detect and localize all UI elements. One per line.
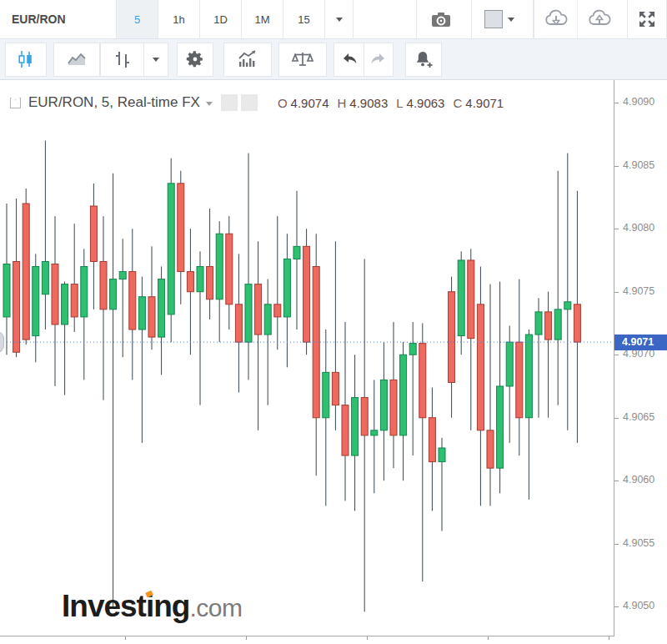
high-label: H [338, 96, 347, 110]
snapshot-button[interactable] [416, 0, 464, 38]
y-axis-tick [614, 355, 619, 355]
indicators-button[interactable] [223, 43, 272, 77]
y-axis-tick [614, 480, 619, 481]
chevron-down-icon [153, 58, 159, 62]
time-axis[interactable] [0, 636, 614, 644]
y-axis-tick [614, 606, 619, 607]
y-axis-label: 4.9060 [623, 474, 654, 486]
chevron-down-icon [336, 18, 343, 22]
interval-button-5[interactable]: 5 [117, 0, 158, 38]
y-axis-tick [614, 103, 619, 103]
price-axis[interactable]: 4.90904.90854.90804.90754.90704.90654.90… [614, 80, 667, 636]
time-axis-tick [125, 636, 126, 640]
undo-icon [340, 51, 359, 68]
close-label: C [453, 96, 462, 110]
camera-icon [430, 9, 452, 29]
interval-button-1d[interactable]: 1D [200, 0, 242, 38]
y-axis-tick [614, 229, 619, 229]
background-swatch [484, 10, 503, 28]
time-axis-tick [609, 636, 609, 640]
open-value: 4.9074 [291, 96, 329, 110]
series-legend: EUR/RON, 5, Real-time FX O 4.9 [10, 94, 504, 111]
time-axis-tick [367, 636, 368, 640]
chevron-down-icon [508, 18, 514, 22]
load-chart-button[interactable] [534, 0, 577, 38]
candlestick-style-icon [16, 49, 36, 69]
save-chart-button[interactable] [577, 0, 620, 38]
y-axis-label: 4.9080 [623, 222, 654, 234]
redo-button[interactable] [364, 43, 394, 77]
y-axis-tick [614, 292, 619, 293]
y-axis-tick [614, 166, 619, 167]
ohlc-readout: O 4.9074 H 4.9083 L 4.9063 C 4.9071 [269, 96, 504, 110]
area-style-button[interactable] [53, 43, 100, 77]
close-value: 4.9071 [465, 96, 504, 110]
bars-style-icon [113, 49, 133, 69]
series-title[interactable]: EUR/RON, 5, Real-time FX [28, 94, 200, 111]
low-label: L [396, 96, 403, 110]
chart-settings-button[interactable] [177, 43, 213, 77]
indicators-icon [236, 49, 259, 69]
compare-scales-icon [291, 49, 314, 69]
chart-tools-toolbar [0, 39, 667, 80]
top-toolbar: EUR/RON 5 1h 1D 1M 15 [0, 0, 667, 39]
area-style-icon [66, 49, 88, 69]
series-visibility-button[interactable] [221, 94, 238, 111]
interval-button-1m[interactable]: 1M [242, 0, 283, 38]
chart-region: EUR/RON, 5, Real-time FX O 4.9 [0, 80, 667, 644]
undo-button[interactable] [334, 43, 364, 77]
interval-dropdown-button[interactable] [325, 0, 354, 38]
time-axis-tick [488, 636, 489, 640]
background-color-button[interactable] [471, 0, 526, 38]
alert-bell-plus-icon [414, 49, 434, 69]
candlestick-svg [0, 80, 614, 636]
y-axis-label: 4.9055 [623, 537, 654, 549]
time-axis-tick [246, 636, 247, 640]
redo-icon [369, 51, 388, 68]
y-axis-label: 4.9085 [623, 159, 654, 171]
compare-button[interactable] [278, 43, 327, 77]
y-axis-label: 4.9050 [623, 600, 654, 611]
chart-plot-area[interactable]: EUR/RON, 5, Real-time FX O 4.9 [0, 80, 614, 636]
chart-application: EUR/RON 5 1h 1D 1M 15 [0, 0, 667, 644]
candlestick-style-button[interactable] [5, 43, 47, 77]
cloud-upload-icon [587, 8, 612, 30]
low-value: 4.9063 [407, 96, 445, 110]
high-value: 4.9083 [349, 96, 388, 110]
cloud-download-icon [544, 8, 569, 30]
bars-style-button[interactable] [100, 43, 143, 77]
add-alert-button[interactable] [405, 43, 442, 77]
y-axis-tick [614, 418, 619, 419]
series-settings-button[interactable] [241, 94, 258, 111]
fullscreen-button[interactable] [627, 0, 667, 38]
fullscreen-icon [637, 9, 657, 29]
toolbar-spacer [354, 0, 416, 38]
series-settings-gear-icon [10, 94, 21, 105]
cloud-buttons [533, 0, 620, 38]
interval-button-15[interactable]: 15 [283, 0, 325, 38]
chevron-down-icon[interactable] [206, 102, 213, 106]
interval-button-1h[interactable]: 1h [158, 0, 200, 38]
y-axis-label: 4.9065 [623, 411, 654, 423]
y-axis-tick [614, 544, 619, 545]
current-price-label: 4.9071 [614, 335, 667, 350]
settings-gear-icon [184, 48, 206, 70]
open-label: O [278, 96, 288, 110]
symbol-label: EUR/RON [0, 0, 117, 38]
style-dropdown-button[interactable] [143, 43, 168, 77]
y-axis-label: 4.9075 [623, 285, 654, 297]
y-axis-label: 4.9090 [623, 96, 654, 108]
